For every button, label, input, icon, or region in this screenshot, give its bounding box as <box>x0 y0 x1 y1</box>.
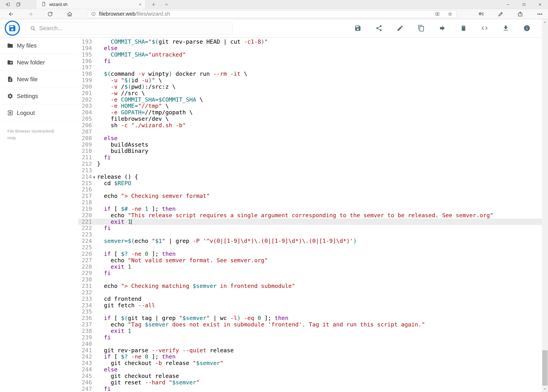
code-line[interactable]: 240 <box>78 341 548 347</box>
code-line[interactable]: 213 <box>78 167 548 174</box>
code-line[interactable]: 202 -e COMMIT_SHA=$COMMIT_SHA \ <box>78 97 548 103</box>
code-line[interactable]: 246 git reset --hard "$semver" <box>78 379 548 386</box>
reading-view-button[interactable] <box>435 12 440 16</box>
sidebar-item-settings[interactable]: Settings <box>0 88 78 105</box>
sidebar-item-new-folder[interactable]: New folder <box>0 54 78 71</box>
code-line[interactable]: 225 <box>78 244 548 251</box>
code-line[interactable]: 211 fi <box>78 154 548 161</box>
code-line[interactable]: 238 exit 1 <box>78 328 548 334</box>
sidebar-item-new-file[interactable]: New file <box>0 71 78 88</box>
code-line[interactable]: 245 git checkout release <box>78 373 548 379</box>
tabs-set-aside-button[interactable] <box>13 0 23 9</box>
sidebar-item-my-files[interactable]: My files <box>0 37 78 54</box>
minimize-button[interactable] <box>500 0 516 9</box>
sidebar-item-logout[interactable]: Logout <box>0 105 78 121</box>
code-line[interactable]: 218 <box>78 199 548 206</box>
rename-button[interactable] <box>395 23 405 33</box>
forward-button[interactable] <box>23 9 38 19</box>
code-line[interactable]: 194 else <box>78 45 548 51</box>
code-line[interactable]: 203 -e HOME="//tmp" \ <box>78 103 548 109</box>
code-line[interactable]: 207 <box>78 129 548 135</box>
code-line[interactable]: 228 exit 1 <box>78 264 548 270</box>
page-scrollbar[interactable] <box>542 19 548 392</box>
move-button[interactable] <box>438 23 447 33</box>
help-link[interactable]: Help <box>7 136 16 140</box>
refresh-button[interactable] <box>43 9 57 19</box>
address-bar[interactable]: filebrowser.web/files/wizard.sh <box>88 10 457 18</box>
scroll-down-button[interactable] <box>542 386 548 392</box>
code-line[interactable]: 239 fi <box>78 334 548 341</box>
more-options-button[interactable] <box>533 9 547 19</box>
code-line[interactable]: 196 fi <box>78 58 548 64</box>
code-line[interactable]: 195 COMMIT_SHA="untracked" <box>78 51 548 58</box>
web-notes-button[interactable] <box>494 9 508 19</box>
search-input[interactable] <box>39 25 228 32</box>
code-line[interactable]: 236 if [ $(git tag | grep "$semver" | wc… <box>78 315 548 321</box>
app-logo[interactable] <box>5 21 20 36</box>
code-line[interactable]: 242 if [ $? -ne 0 ]; then <box>78 353 548 360</box>
code-line[interactable]: 232 <box>78 289 548 296</box>
browser-tab-active[interactable]: wizard.sh <box>36 0 146 9</box>
code-line[interactable]: 231 echo "> Checking matching $semver in… <box>78 283 548 289</box>
code-line[interactable]: 237 echo "Tag $semver does not exist in … <box>78 321 548 328</box>
code-line[interactable]: 230 <box>78 276 548 283</box>
code-line[interactable]: 222 fi <box>78 225 548 231</box>
copy-button[interactable] <box>416 23 426 33</box>
code-line[interactable]: 221 exit 1 <box>78 219 548 225</box>
code-line[interactable]: 243 git checkout -b release "$semver" <box>78 360 548 366</box>
code-line[interactable]: 227 echo "Not valid semver format. See s… <box>78 257 548 264</box>
tab-preview-toggle[interactable] <box>161 0 172 9</box>
code-line[interactable]: 224 semver=$(echo "$1" | grep -P '^v(0|[… <box>78 238 548 244</box>
code-line[interactable]: 244 else <box>78 366 548 373</box>
code-line[interactable]: 217 echo "> Checking semver format" <box>78 193 548 199</box>
code-line[interactable]: 229 fi <box>78 270 548 276</box>
code-line[interactable]: 209 buildAssets <box>78 141 548 148</box>
code-line[interactable]: 215 cd $REPO <box>78 180 548 187</box>
code-line[interactable]: 204 -e GOPATH=//tmp/gopath \ <box>78 109 548 116</box>
search-box[interactable] <box>25 22 232 35</box>
code-line[interactable]: 223 <box>78 231 548 238</box>
share-button[interactable] <box>513 9 527 19</box>
hub-button[interactable] <box>474 9 488 19</box>
tab-close-button[interactable] <box>139 3 142 6</box>
fold-open-icon[interactable]: ▾ <box>93 175 95 180</box>
window-close-button[interactable] <box>532 0 548 9</box>
code-line[interactable]: 199 -u "$(id -u)" \ <box>78 77 548 84</box>
delete-button[interactable] <box>459 23 468 33</box>
share-button[interactable] <box>374 23 384 33</box>
code-line[interactable]: 216 <box>78 186 548 193</box>
code-line[interactable]: 219 if [ $# -ne 1 ]; then <box>78 206 548 212</box>
code-line[interactable]: 234 git fetch --all <box>78 302 548 309</box>
code-editor[interactable]: 193 COMMIT_SHA="$(git rev-parse HEAD | c… <box>78 37 548 392</box>
code-line[interactable]: 193 COMMIT_SHA="$(git rev-parse HEAD | c… <box>78 39 548 45</box>
maximize-button[interactable] <box>516 0 532 9</box>
raw-button[interactable] <box>480 23 489 33</box>
code-line[interactable]: 208 else <box>78 135 548 141</box>
code-line[interactable]: 201 -w //src \ <box>78 90 548 97</box>
scroll-up-button[interactable] <box>542 19 548 25</box>
code-line[interactable]: 247 fi <box>78 386 548 392</box>
back-button[interactable] <box>4 9 18 19</box>
code-line[interactable]: 205 filebrowser/dev \ <box>78 116 548 122</box>
site-info-icon[interactable] <box>91 12 96 16</box>
code-line[interactable]: 210 buildBinary <box>78 148 548 154</box>
home-button[interactable] <box>62 9 77 19</box>
scrollbar-thumb[interactable] <box>542 350 548 385</box>
code-line[interactable]: 241 git rev-parse --verify --quiet relea… <box>78 347 548 354</box>
url-text[interactable]: filebrowser.web/files/wizard.sh <box>99 11 435 17</box>
code-line[interactable]: 200 -v /$(pwd):/src:z \ <box>78 84 548 90</box>
code-line[interactable]: 198 $(command -v winpty) docker run --rm… <box>78 71 548 77</box>
code-line[interactable]: 197 <box>78 64 548 71</box>
download-button[interactable] <box>501 23 510 33</box>
set-tabs-aside-button[interactable] <box>2 0 13 9</box>
code-line[interactable]: 235 <box>78 308 548 315</box>
code-line[interactable]: 220 echo "This release script requires a… <box>78 212 548 219</box>
code-line[interactable]: 214▾release () { <box>78 174 548 180</box>
save-button[interactable] <box>353 23 362 33</box>
new-tab-button[interactable] <box>148 0 159 9</box>
code-line[interactable]: 206 sh -c "./wizard.sh -b" <box>78 122 548 129</box>
info-button[interactable] <box>522 23 532 33</box>
code-line[interactable]: 226 if [ $? -ne 0 ]; then <box>78 251 548 257</box>
add-favorite-button[interactable] <box>448 12 452 16</box>
code-line[interactable]: 233 cd frontend <box>78 296 548 302</box>
